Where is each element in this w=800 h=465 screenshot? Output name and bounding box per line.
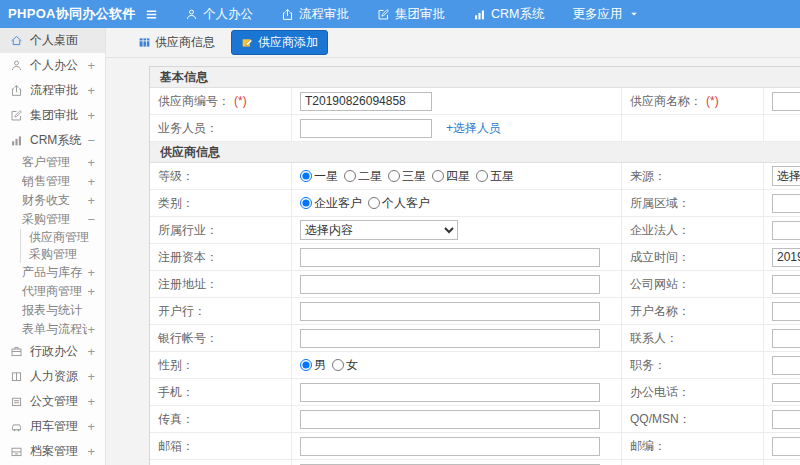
- sidebar-item-personal-office[interactable]: 个人办公+: [0, 53, 105, 78]
- sidebar-item-crm-system[interactable]: CRM系统−: [0, 128, 105, 153]
- expand-toggle[interactable]: −: [87, 134, 95, 147]
- sidebar-item-group-approval[interactable]: 集团审批+: [0, 103, 105, 128]
- sidebar-item-human-resources[interactable]: 人力资源+: [0, 364, 105, 389]
- nav-item-crm-system[interactable]: CRM系统: [473, 6, 544, 23]
- grade-option[interactable]: 一星: [300, 168, 338, 185]
- label-registered-address: 注册地址：: [150, 271, 292, 298]
- expand-toggle[interactable]: +: [87, 194, 95, 207]
- radio-input[interactable]: [300, 359, 312, 371]
- label-account-name: 开户名称：: [622, 298, 764, 325]
- label-founded-date: 成立时间：: [622, 244, 764, 271]
- sidebar-item-agent-mgmt[interactable]: 代理商管理+: [0, 282, 105, 301]
- gender-option[interactable]: 男: [300, 357, 326, 374]
- position-input[interactable]: [772, 356, 800, 375]
- email-input[interactable]: [300, 437, 600, 456]
- nav-item-group-approval[interactable]: 集团审批: [377, 6, 445, 23]
- category-option[interactable]: 个人客户: [368, 195, 430, 212]
- category-option[interactable]: 企业客户: [300, 195, 362, 212]
- source-select[interactable]: 选择内容: [772, 166, 800, 186]
- field-label-text: 邮编：: [630, 438, 666, 455]
- nav-item-more-apps[interactable]: 更多应用: [572, 6, 639, 23]
- sidebar-item-reports-stats[interactable]: 报表与统计: [0, 301, 105, 320]
- expand-toggle[interactable]: +: [87, 445, 95, 458]
- expand-toggle[interactable]: +: [87, 109, 95, 122]
- legal-person-input[interactable]: [772, 221, 800, 240]
- radio-input[interactable]: [332, 359, 344, 371]
- radio-input[interactable]: [368, 197, 380, 209]
- supplier-name-input[interactable]: [772, 92, 800, 111]
- bank-account-input[interactable]: [300, 329, 600, 348]
- field-label-text: 注册资本：: [158, 249, 218, 266]
- sidebar-item-vehicle-mgmt[interactable]: 用车管理+: [0, 414, 105, 439]
- company-website-input[interactable]: [772, 275, 800, 294]
- registered-capital-input[interactable]: [300, 248, 600, 267]
- radio-input[interactable]: [300, 170, 312, 182]
- expand-toggle[interactable]: +: [87, 420, 95, 433]
- sidebar-item-label: 采购管理: [22, 211, 87, 228]
- mobile-input[interactable]: [300, 383, 600, 402]
- field-legal-person: [764, 217, 800, 244]
- hamburger-icon[interactable]: [144, 7, 159, 22]
- business-person-input[interactable]: [300, 119, 432, 138]
- sidebar-item-purchase-mgmt[interactable]: 采购管理−: [0, 210, 105, 229]
- expand-toggle[interactable]: −: [87, 213, 95, 226]
- form-row: 开户行：开户名称：: [150, 298, 800, 325]
- registered-address-input[interactable]: [300, 275, 600, 294]
- contact-person-input[interactable]: [772, 329, 800, 348]
- account-name-input[interactable]: [772, 302, 800, 321]
- radio-input[interactable]: [300, 197, 312, 209]
- expand-toggle[interactable]: +: [87, 395, 95, 408]
- field-company-website: [764, 271, 800, 298]
- postcode-input[interactable]: [772, 437, 800, 456]
- nav-item-personal-office[interactable]: 个人办公: [185, 6, 253, 23]
- qq-msn-input[interactable]: [772, 410, 800, 429]
- sidebar-item-workflow-approval[interactable]: 流程审批+: [0, 78, 105, 103]
- tab-supplier-add[interactable]: 供应商添加: [231, 30, 328, 55]
- sidebar-item-customer-mgmt[interactable]: 客户管理+: [0, 153, 105, 172]
- tab-label: 供应商信息: [155, 34, 215, 51]
- radio-input[interactable]: [388, 170, 400, 182]
- radio-input[interactable]: [476, 170, 488, 182]
- expand-toggle[interactable]: +: [87, 323, 95, 336]
- sidebar-item-admin-office[interactable]: 行政办公+: [0, 339, 105, 364]
- supplier-code-input[interactable]: [300, 92, 432, 111]
- empty-cell: [622, 115, 764, 142]
- sidebar-item-official-doc[interactable]: 公文管理+: [0, 389, 105, 414]
- person-icon: [10, 59, 23, 72]
- add-note-icon: [241, 36, 254, 49]
- sidebar-item-supplier-mgmt[interactable]: 供应商管理: [20, 229, 105, 246]
- expand-toggle[interactable]: +: [87, 175, 95, 188]
- radio-input[interactable]: [344, 170, 356, 182]
- sidebar-item-finance[interactable]: 财务收支+: [0, 191, 105, 210]
- gender-option[interactable]: 女: [332, 357, 358, 374]
- founded-date-input[interactable]: [772, 248, 800, 267]
- sidebar-item-archive-mgmt[interactable]: 档案管理+: [0, 439, 105, 464]
- radio-input[interactable]: [432, 170, 444, 182]
- expand-toggle[interactable]: +: [87, 266, 95, 279]
- bank-input[interactable]: [300, 302, 600, 321]
- sidebar-item-product-inventory[interactable]: 产品与库存+: [0, 263, 105, 282]
- sidebar-item-personal-desktop[interactable]: 个人桌面: [0, 28, 105, 53]
- expand-toggle[interactable]: +: [87, 59, 95, 72]
- expand-toggle[interactable]: +: [87, 84, 95, 97]
- expand-toggle[interactable]: +: [87, 285, 95, 298]
- tab-supplier-info[interactable]: 供应商信息: [134, 31, 219, 54]
- industry-select[interactable]: 选择内容: [300, 220, 458, 240]
- expand-toggle[interactable]: +: [87, 345, 95, 358]
- expand-toggle[interactable]: +: [87, 156, 95, 169]
- sidebar-item-label: 财务收支: [22, 192, 87, 209]
- sidebar-item-sales-mgmt[interactable]: 销售管理+: [0, 172, 105, 191]
- grade-option[interactable]: 三星: [388, 168, 426, 185]
- region-input[interactable]: [772, 194, 800, 213]
- sidebar-item-purchasing[interactable]: 采购管理: [20, 246, 105, 263]
- grade-option[interactable]: 五星: [476, 168, 514, 185]
- fax-input[interactable]: [300, 410, 600, 429]
- grade-option[interactable]: 四星: [432, 168, 470, 185]
- upload-icon: [281, 8, 294, 21]
- expand-toggle[interactable]: +: [87, 370, 95, 383]
- choose-person-link[interactable]: +选择人员: [446, 120, 501, 137]
- sidebar-item-form-flow-settings[interactable]: 表单与流程设置+: [0, 320, 105, 339]
- grade-option[interactable]: 二星: [344, 168, 382, 185]
- nav-item-workflow-approval[interactable]: 流程审批: [281, 6, 349, 23]
- office-phone-input[interactable]: [772, 383, 800, 402]
